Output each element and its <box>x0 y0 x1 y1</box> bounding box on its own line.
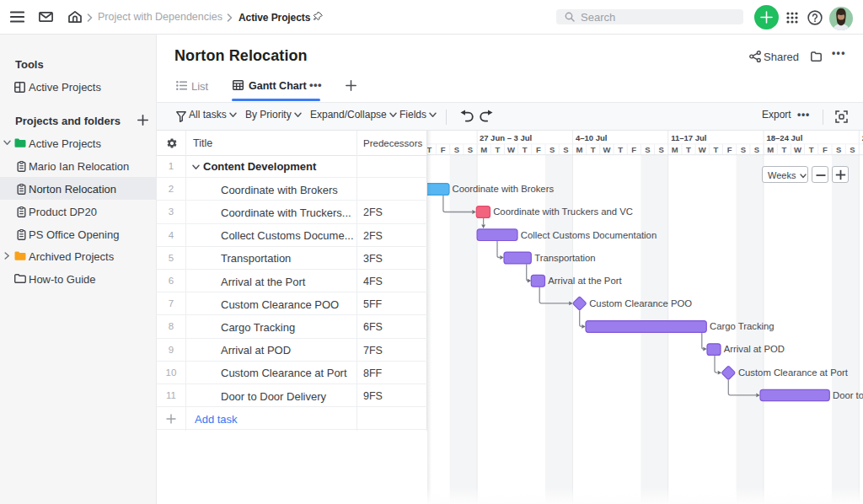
svg-text:F: F <box>823 145 828 154</box>
svg-text:Transportation: Transportation <box>534 253 595 263</box>
svg-text:M: M <box>480 145 487 154</box>
svg-text:11–17 Jul: 11–17 Jul <box>671 133 706 142</box>
svg-text:T: T <box>618 145 623 154</box>
svg-text:Collect Customs Documentation: Collect Customs Documentation <box>521 230 657 240</box>
svg-text:Arrival at POD: Arrival at POD <box>724 344 785 354</box>
svg-text:W: W <box>507 145 515 154</box>
svg-text:S: S <box>563 145 568 154</box>
svg-text:Cargo Tracking: Cargo Tracking <box>710 321 775 331</box>
svg-text:M: M <box>767 145 774 154</box>
svg-text:18–24 Jul: 18–24 Jul <box>767 133 803 142</box>
svg-text:S: S <box>836 145 841 154</box>
svg-text:S: S <box>454 145 459 154</box>
svg-text:M: M <box>576 145 583 154</box>
svg-text:S: S <box>741 145 746 154</box>
svg-text:T: T <box>591 145 596 154</box>
svg-text:T: T <box>781 145 786 154</box>
svg-text:F: F <box>631 145 636 154</box>
svg-text:T: T <box>523 145 528 154</box>
svg-text:W: W <box>603 145 610 154</box>
svg-text:Custom Clearance at Port: Custom Clearance at Port <box>738 367 849 378</box>
svg-text:4–10 Jul: 4–10 Jul <box>576 133 608 142</box>
svg-text:S: S <box>754 145 759 154</box>
svg-text:W: W <box>699 145 706 154</box>
svg-text:T: T <box>809 145 814 154</box>
svg-text:F: F <box>441 145 446 154</box>
svg-text:T: T <box>495 145 500 154</box>
svg-text:S: S <box>645 145 650 154</box>
svg-text:27 Jun – 3 Jul: 27 Jun – 3 Jul <box>480 133 532 142</box>
svg-text:S: S <box>658 145 663 154</box>
svg-text:F: F <box>727 145 732 154</box>
svg-text:Coordinate with Truckers and V: Coordinate with Truckers and VC <box>493 206 633 217</box>
svg-text:W: W <box>794 145 801 154</box>
svg-text:M: M <box>672 145 678 154</box>
svg-text:Arrival at the Port: Arrival at the Port <box>548 276 622 286</box>
svg-text:Coordinate with Brokers: Coordinate with Brokers <box>453 184 555 194</box>
svg-text:S: S <box>468 145 473 154</box>
svg-text:S: S <box>850 145 855 154</box>
svg-text:Custom Clearance POO: Custom Clearance POO <box>589 298 692 308</box>
svg-text:S: S <box>549 145 555 154</box>
svg-text:Door to Door Delivery: Door to Door Delivery <box>833 390 863 400</box>
svg-text:T: T <box>713 145 718 154</box>
svg-text:F: F <box>536 145 541 154</box>
svg-text:T: T <box>686 145 691 154</box>
